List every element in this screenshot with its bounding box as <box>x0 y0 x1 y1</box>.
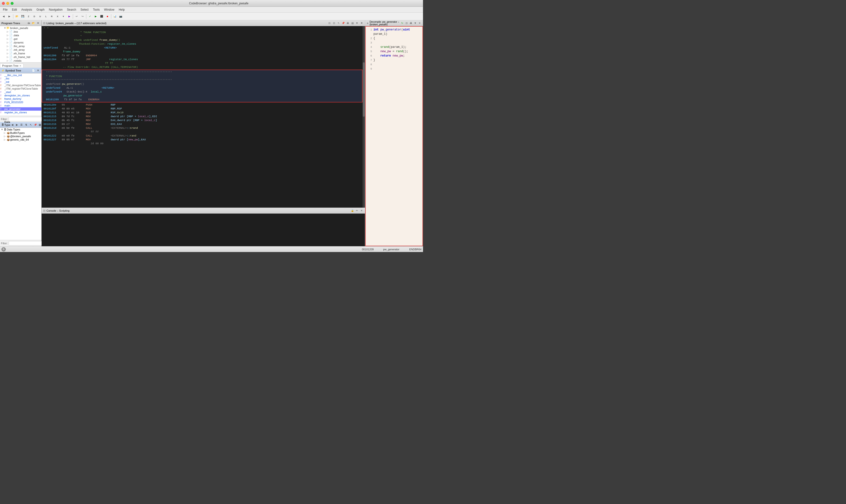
undo-button[interactable]: ↩ <box>74 14 79 19</box>
minimize-button[interactable] <box>6 2 9 5</box>
code-00101204[interactable]: 00101204 e9 77 ff JMP register_tm_clones <box>41 57 363 61</box>
sym-deregister[interactable]: f deregister_tm_clones <box>0 94 41 97</box>
sym-main[interactable]: f main <box>0 104 41 107</box>
dt-broken-pwsafe[interactable]: ▷ 📦 @broken_pwsafe <box>0 134 41 138</box>
code-0010120e[interactable]: 0010120e 55 PUSH RBP <box>41 103 363 107</box>
tree-data[interactable]: ▷ 📄 .data <box>0 33 41 37</box>
sym-itm-register[interactable]: f _ITM_registerTMCloneTable <box>0 87 41 90</box>
graph-button[interactable]: 📊 <box>112 14 118 19</box>
tool7[interactable]: ▼ <box>61 14 66 19</box>
save-button[interactable]: 💾 <box>20 14 25 19</box>
menu-window[interactable]: Window <box>102 7 116 12</box>
listing-close[interactable]: ✕ <box>360 21 363 25</box>
sym-init[interactable]: f _init <box>0 80 41 84</box>
decompiler-content[interactable]: 1 int pw_generator(uint param_1) 2 { 3 4… <box>365 26 423 246</box>
check-button[interactable]: ✓ <box>87 14 93 19</box>
console-close-icon[interactable]: ✕ <box>360 209 363 213</box>
pt-open-icon[interactable]: 📂 <box>32 21 35 25</box>
sym-fun-00101020[interactable]: f FUN_00101020 <box>0 101 41 104</box>
tool5[interactable]: R <box>49 14 54 19</box>
dt-pin-icon[interactable]: 📌 <box>33 123 37 127</box>
dt-fwd-icon[interactable]: ▶ <box>15 123 19 127</box>
sym-fini[interactable]: f _fini <box>0 77 41 80</box>
code-00101209[interactable]: 00101209 f3 0f 1e fa ENDBR64 <box>42 97 362 102</box>
code-00101222[interactable]: 00101222 e8 e9 fe CALL <EXTERNAL>::rand <box>41 134 363 138</box>
tree-got[interactable]: ▷ 📄 .got <box>0 37 41 41</box>
pt-delete-icon[interactable]: ✕ <box>36 21 40 25</box>
code-00101218[interactable]: 00101218 8b 45 fc MOV EAX,dword ptr [RBP… <box>41 119 363 122</box>
menu-edit[interactable]: Edit <box>10 7 19 12</box>
code-0010121b[interactable]: 0010121b 89 c7 MOV EDI,EAX <box>41 122 363 126</box>
screenshot-button[interactable]: 📷 <box>118 14 123 19</box>
tool1[interactable]: Z <box>26 14 31 19</box>
menu-help[interactable]: Help <box>117 7 127 12</box>
listing-btn6[interactable]: ▤ <box>350 21 354 25</box>
listing-scrollbar[interactable] <box>363 26 365 208</box>
redo-button[interactable]: ↪ <box>80 14 85 19</box>
dt-filter-input[interactable] <box>9 241 45 246</box>
st-delete-icon[interactable]: ✕ <box>36 69 40 72</box>
st-create-icon[interactable]: 📄 <box>32 69 35 72</box>
scroll-thumb[interactable] <box>363 62 365 117</box>
sym-register-tm-clones[interactable]: f register_tm_clones <box>0 111 41 114</box>
sym-start[interactable]: f _start <box>0 90 41 94</box>
sym-libc-csu-init[interactable]: f __libc_csu_init <box>0 73 41 77</box>
tab-close-icon[interactable]: ✕ <box>19 65 21 67</box>
console-content[interactable] <box>41 214 365 246</box>
code-0010120f[interactable]: 0010120f 48 89 e5 MOV RBP,RSP <box>41 107 363 111</box>
tree-dynamic[interactable]: ▷ 📄 .dynamic <box>0 41 41 44</box>
dt-builtin[interactable]: ▷ 📦 BuiltInTypes <box>0 131 41 134</box>
code-00101215[interactable]: 00101215 89 7d fc MOV dword ptr [RBP + l… <box>41 114 363 119</box>
console-lock-icon[interactable]: 🔒 <box>350 209 354 213</box>
console-edit-icon[interactable]: ✏ <box>355 209 359 213</box>
pt-create-icon[interactable]: 🗂 <box>27 21 31 25</box>
tool6[interactable]: X <box>55 14 60 19</box>
tool8[interactable]: ▶ <box>67 14 72 19</box>
tree-eh-frame[interactable]: ▷ 📄 .eh_frame <box>0 52 41 55</box>
menu-select[interactable]: Select <box>79 7 90 12</box>
code-00101227[interactable]: 00101227 89 05 e7 MOV dword ptr [new_pw]… <box>41 138 363 142</box>
tree-eh-frame-hdr[interactable]: ▷ 📄 .eh_frame_hdr <box>0 55 41 59</box>
close-button[interactable] <box>2 2 5 5</box>
menu-navigation[interactable]: Navigation <box>47 7 65 12</box>
open-button[interactable]: 📂 <box>14 14 20 19</box>
menu-tools[interactable]: Tools <box>91 7 102 12</box>
run-button[interactable]: ▶ <box>93 14 99 19</box>
dt-cursor-icon[interactable]: ↖ <box>29 123 33 127</box>
dec-btn1[interactable]: ⊡ <box>404 21 409 25</box>
dt-data-types[interactable]: ▼ 🗄 Data Types <box>0 128 41 131</box>
tree-rodata[interactable]: ▷ 📄 .rodata <box>0 59 41 62</box>
stop-button[interactable]: ■ <box>105 14 110 19</box>
maximize-button[interactable] <box>11 2 14 5</box>
tree-fini-array[interactable]: ▷ 📄 .fini_array <box>0 44 41 48</box>
code-0010121d[interactable]: 0010121d e8 be fe CALL <EXTERNAL>::srand <box>41 126 363 130</box>
sym-itm-deregister[interactable]: f _ITM_deregisterTMCloneTable <box>0 84 41 87</box>
dec-close[interactable]: ✕ <box>418 21 421 25</box>
dec-refresh-icon[interactable]: ↻ <box>400 21 404 25</box>
dt-panel-icon[interactable]: ▤ <box>38 123 42 127</box>
step-button[interactable]: ⬛ <box>99 14 104 19</box>
tree-root[interactable]: ▼ 📁 broken_pwsafe <box>0 26 41 30</box>
sym-frame-dummy[interactable]: f frame_dummy <box>0 97 41 101</box>
program-tree-tab[interactable]: Program Tree ✕ <box>0 64 23 68</box>
menu-analysis[interactable]: Analysis <box>19 7 34 12</box>
listing-btn2[interactable]: ⊡ <box>332 21 336 25</box>
dt-back-icon[interactable]: ◀ <box>11 123 14 127</box>
tool3[interactable]: U <box>37 14 43 19</box>
listing-btn3[interactable]: ↖ <box>336 21 341 25</box>
listing-content[interactable]: * * * THUNK FUNCTION * <box>41 26 363 208</box>
listing-arrow-dn[interactable]: ▼ <box>355 21 359 25</box>
symbol-filter-input[interactable] <box>9 117 45 121</box>
menu-search[interactable]: Search <box>65 7 78 12</box>
tree-bss[interactable]: ▷ 📄 .bss <box>0 30 41 33</box>
menu-file[interactable]: File <box>1 7 10 12</box>
dec-arrow-dn[interactable]: ▼ <box>413 21 417 25</box>
tool4[interactable]: L <box>43 14 49 19</box>
dec-btn2[interactable]: 🖶 <box>409 21 413 25</box>
tool2[interactable]: D <box>32 14 37 19</box>
forward-button[interactable]: ▶ <box>7 14 12 19</box>
sym-pw-generator[interactable]: f pw_generator <box>0 107 41 111</box>
dt-sort-icon[interactable]: ⇅ <box>24 123 28 127</box>
code-00101200[interactable]: 00101200 f3 0f 1e fa ENDBR64 <box>41 54 363 57</box>
listing-btn1[interactable]: ⊡ <box>327 21 331 25</box>
